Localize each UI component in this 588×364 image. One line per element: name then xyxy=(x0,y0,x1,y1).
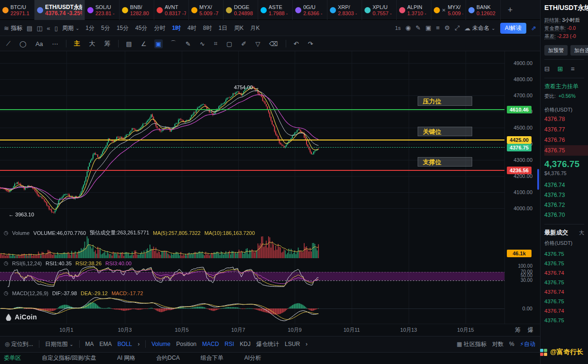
period-dropdown[interactable]: 周期 ⌄ xyxy=(62,24,79,32)
level-label[interactable]: 支撑位 xyxy=(418,157,472,167)
book-view-icon[interactable]: ⊞ xyxy=(558,65,563,73)
compare-icon[interactable]: ◫ xyxy=(37,25,42,32)
more-tools-icon[interactable]: ⋯ xyxy=(51,39,60,48)
price-level-line[interactable] xyxy=(0,109,505,110)
timeframe-1时[interactable]: 1时 xyxy=(170,23,183,33)
large-view-toggle[interactable]: 大 xyxy=(88,38,97,49)
overlay-boll[interactable]: BOLL xyxy=(118,341,132,347)
date-tick[interactable]: 10月5 xyxy=(175,327,188,334)
community-indicators-button[interactable]: ▦ 社区指标 xyxy=(457,340,486,348)
indicator-position[interactable]: Position xyxy=(176,341,196,347)
date-tick[interactable]: 10月15 xyxy=(457,327,474,334)
overlay-ma[interactable]: MA xyxy=(85,341,94,347)
timeframe-15分[interactable]: 15分 xyxy=(115,23,131,33)
axis-chip-1[interactable]: 爆 xyxy=(528,326,533,334)
timeframe-分时[interactable]: 分时 xyxy=(152,23,167,33)
ellipse-tool[interactable]: ◯ xyxy=(18,39,28,48)
eraser-tool[interactable]: ⌫ xyxy=(268,39,279,48)
date-tick[interactable]: 10月3 xyxy=(118,327,131,334)
axis-scroll-indicator[interactable] xyxy=(537,169,539,190)
alarm-icon[interactable]: ◷ xyxy=(4,230,9,236)
interval-badge[interactable]: 1s xyxy=(395,25,401,31)
timeframe-1分[interactable]: 1分 xyxy=(84,23,96,33)
trade-row[interactable]: 4376.75 xyxy=(544,249,588,259)
symbol-tab[interactable]: ASTE1.7988 - xyxy=(258,0,293,20)
rsi-title[interactable]: RSI(6,12,24) xyxy=(12,261,42,266)
symbol-tab[interactable]: 0G/U2.6366 - xyxy=(293,0,327,20)
symbol-tab[interactable]: MYX/5.009 -7 xyxy=(189,0,224,20)
timeframe-5分[interactable]: 5分 xyxy=(99,23,112,33)
trades-view-icon[interactable]: ≡ xyxy=(570,65,574,73)
symbol-tab[interactable]: SOL/U223.81 - xyxy=(85,0,120,20)
timeframe-周K[interactable]: 周K xyxy=(232,23,245,33)
volume-panel[interactable]: ◷ Volume VOLUME:46,070.7760 预估成交量:263,26… xyxy=(0,228,540,259)
log-scale-toggle[interactable]: 对数 xyxy=(492,340,504,348)
indicator-kdj[interactable]: KDJ xyxy=(240,341,251,347)
layers-icon[interactable]: ▣ xyxy=(425,24,431,32)
indicator-爆仓统计[interactable]: 爆仓统计 xyxy=(256,340,279,348)
bid-row[interactable]: 4376.73 xyxy=(544,190,588,200)
date-tick[interactable]: 10月13 xyxy=(400,327,417,334)
view-main-orders-link[interactable]: 查看主力挂单 xyxy=(544,83,588,91)
axis-chip-0[interactable]: 筹 xyxy=(515,326,521,334)
chevron-right-icon[interactable]: › xyxy=(138,341,140,347)
undo-button[interactable]: ↶ xyxy=(292,39,300,48)
add-tab-button[interactable]: + xyxy=(501,0,520,20)
list-icon[interactable]: ≡ xyxy=(436,24,440,32)
symbol-tab[interactable]: ALPIN1.3710 - xyxy=(397,0,431,20)
arc-tool[interactable]: ⌒ xyxy=(169,38,178,49)
share-icon[interactable]: ⇗ xyxy=(531,25,536,32)
percent-scale-toggle[interactable]: % xyxy=(509,341,514,347)
bottom-tab-组合下单[interactable]: 组合下单 xyxy=(201,354,224,362)
rect-select-tool[interactable]: ▣ xyxy=(154,39,163,48)
symbol-tab[interactable]: BTC/U22971.1 xyxy=(0,0,35,20)
chart-style-icon[interactable]: ▯ xyxy=(55,25,58,32)
symbol-tab[interactable]: ✕MYX/5.009 -7 xyxy=(431,0,466,20)
date-tick[interactable]: 10月7 xyxy=(231,327,245,334)
symbol-tab[interactable]: AVNT0.8317 -7 xyxy=(154,0,189,20)
ask-row[interactable]: 4376.78 xyxy=(544,114,588,124)
auto-scale-toggle[interactable]: ⚡自动 xyxy=(520,340,535,348)
timeframe-45分[interactable]: 45分 xyxy=(133,23,149,33)
wave-tool[interactable]: ∿ xyxy=(198,39,206,48)
bid-row[interactable]: 4376.70 xyxy=(544,210,588,220)
angle-tool[interactable]: ∠ xyxy=(140,39,148,48)
main-chart-panel[interactable]: 压力位关键位支撑位4754.00 →← 3963.10 4900.004800.… xyxy=(0,51,540,228)
indicators-button[interactable]: ≋ 指标 xyxy=(4,24,22,32)
timeframe-4时[interactable]: 4时 xyxy=(186,23,198,33)
date-tick[interactable]: 10月1 xyxy=(59,327,73,334)
chevron-right-icon[interactable]: › xyxy=(306,341,308,347)
alarm-icon[interactable]: ◷ xyxy=(4,290,9,296)
size-filter[interactable]: 大 xyxy=(579,229,584,236)
macd-title[interactable]: MACD(12,26,9) xyxy=(12,290,48,296)
pencil-tool[interactable]: ✎ xyxy=(184,39,192,48)
symbol-tab[interactable]: DOGE0.24898 xyxy=(224,0,258,20)
price-axis[interactable]: 4900.004800.004700.004600.004500.004400.… xyxy=(504,51,540,228)
symbol-tab[interactable]: ETH/USDT永续4376.74 -3.25% xyxy=(35,0,85,20)
symbol-tab[interactable]: XRP/2.8303 - xyxy=(327,0,362,20)
pattern-tool[interactable]: ▤ xyxy=(125,39,133,48)
depth-view-icon[interactable]: ⊟ xyxy=(544,65,550,73)
trade-row[interactable]: 4376.75 xyxy=(544,316,588,325)
settings-icon[interactable]: ⚙ xyxy=(444,24,450,32)
date-tick[interactable]: 10月11 xyxy=(344,327,360,334)
price-level-line[interactable] xyxy=(0,170,505,171)
main-chart-toggle[interactable]: 主 xyxy=(73,38,82,49)
trade-row[interactable]: 4376.74 xyxy=(544,287,588,297)
trade-row[interactable]: 4376.75 xyxy=(544,259,588,268)
text-tool[interactable]: Aa xyxy=(34,39,45,48)
level-label[interactable]: 关键位 xyxy=(418,127,472,136)
indicator-macd[interactable]: MACD xyxy=(202,341,219,347)
box-tool[interactable]: ▢ xyxy=(225,39,233,48)
bottom-tab-委单区[interactable]: 委单区 xyxy=(4,354,21,362)
date-tick[interactable]: 10月9 xyxy=(288,327,301,334)
edit-icon[interactable]: ✎ xyxy=(416,24,421,32)
fullscreen-icon[interactable]: ⤢ xyxy=(455,24,459,32)
camera-icon[interactable]: ◉ xyxy=(405,24,411,32)
ask-row[interactable]: 4376.75 xyxy=(544,145,588,156)
indicator-volume[interactable]: Volume xyxy=(151,341,170,347)
chips-toggle[interactable]: 筹 xyxy=(103,38,112,49)
last-price[interactable]: 4,376.75 xyxy=(544,159,588,170)
locate-button[interactable]: ◎ 定位到... xyxy=(5,340,33,348)
volume-title[interactable]: Volume xyxy=(12,230,30,236)
